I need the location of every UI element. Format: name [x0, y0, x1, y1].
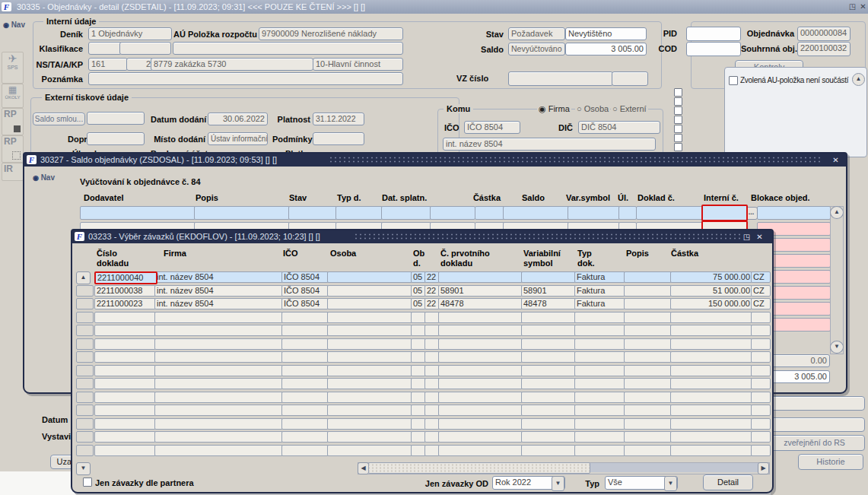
vyber-row-cell[interactable] — [624, 271, 672, 283]
vyber-empty-cell[interactable] — [411, 418, 426, 430]
vyber-row-cell[interactable]: 05 — [411, 285, 426, 297]
vyber-row-cell[interactable]: IČO 8504 — [281, 285, 329, 297]
vyber-empty-cell[interactable] — [94, 365, 156, 376]
vyber-empty-cell[interactable] — [424, 338, 440, 350]
vyber-row-cell[interactable]: IČO 8504 — [281, 271, 329, 283]
vyber-empty-cell[interactable] — [751, 351, 771, 363]
vyber-empty-cell[interactable] — [281, 431, 329, 443]
au-polozka-field[interactable]: 97900009 Nerozlišené náklady — [259, 27, 403, 40]
vyber-empty-cell[interactable] — [521, 431, 576, 443]
record-selector-cell[interactable] — [76, 431, 94, 443]
vyber-empty-cell[interactable] — [411, 325, 426, 336]
flag-checkbox[interactable] — [674, 143, 682, 151]
saldo-close-icon[interactable]: ✕ — [831, 155, 841, 165]
flag-checkbox[interactable] — [674, 88, 682, 97]
vyber-empty-cell[interactable] — [624, 445, 672, 456]
vyber-empty-cell[interactable] — [327, 351, 412, 363]
vyber-row-cell[interactable]: Faktura — [574, 285, 625, 297]
scroll-down-icon[interactable]: ▼ — [830, 341, 844, 354]
vyber-empty-cell[interactable] — [281, 418, 329, 430]
historie-button[interactable]: Historie — [798, 454, 863, 470]
radio-osoba[interactable]: ○ Osoba — [575, 104, 610, 113]
vyber-empty-cell[interactable] — [411, 392, 426, 403]
vyber-empty-cell[interactable] — [521, 445, 576, 456]
vyber-empty-cell[interactable] — [327, 418, 412, 430]
platnost-field[interactable]: 31.12.2022 — [313, 113, 364, 125]
vyber-empty-cell[interactable] — [624, 325, 672, 336]
flag-checkbox[interactable] — [674, 125, 682, 133]
vyber-empty-cell[interactable] — [281, 378, 329, 389]
vyber-empty-cell[interactable] — [154, 325, 283, 336]
vyber-empty-cell[interactable] — [424, 325, 440, 336]
record-selector-cell[interactable] — [76, 418, 94, 430]
vyber-close-icon[interactable]: ✕ — [755, 232, 765, 242]
saldo-row-cell[interactable] — [335, 206, 383, 220]
vyber-empty-cell[interactable] — [751, 445, 771, 456]
saldo-vscrollbar[interactable] — [830, 206, 844, 354]
vyber-empty-cell[interactable] — [574, 351, 625, 363]
vyber-empty-cell[interactable] — [94, 431, 156, 443]
vyber-empty-cell[interactable] — [574, 405, 625, 416]
vyber-empty-cell[interactable] — [327, 378, 412, 389]
vyber-empty-cell[interactable] — [438, 418, 523, 430]
vyber-row-cell[interactable] — [438, 271, 523, 283]
vyber-row-cell[interactable]: 150 000.00 — [670, 298, 752, 309]
flag-checkbox[interactable] — [674, 97, 682, 106]
vyber-empty-cell[interactable] — [438, 338, 523, 350]
vyber-empty-cell[interactable] — [624, 431, 672, 443]
vyber-row-cell[interactable]: CZ — [751, 271, 771, 283]
typ-dropdown-arrow-icon[interactable]: ▼ — [664, 476, 677, 491]
sidebar-item-rp1[interactable]: RP — [2, 108, 24, 135]
vyber-empty-cell[interactable] — [411, 351, 426, 363]
vyber-empty-cell[interactable] — [424, 351, 440, 363]
vyber-row-cell[interactable]: CZ — [751, 285, 771, 297]
misto-dodani-field[interactable]: Ústav informační — [208, 132, 268, 145]
vyber-row-cell[interactable]: int. název 8504 — [154, 298, 283, 309]
detail-button[interactable]: Detail — [703, 474, 753, 490]
vyber-empty-cell[interactable] — [574, 325, 625, 336]
vyber-empty-cell[interactable] — [670, 351, 752, 363]
vyber-empty-cell[interactable] — [424, 431, 440, 443]
vyber-empty-cell[interactable] — [281, 392, 329, 403]
flag-checkbox[interactable] — [674, 106, 682, 115]
vyber-empty-cell[interactable] — [94, 351, 156, 363]
vyber-empty-cell[interactable] — [154, 392, 283, 403]
vyber-row-cell[interactable]: 75 000.00 — [670, 271, 752, 283]
dic-field[interactable]: DIČ 8504 — [578, 121, 660, 134]
vyber-empty-cell[interactable] — [438, 351, 523, 363]
vyber-empty-cell[interactable] — [438, 325, 523, 336]
ns-field[interactable]: 161 — [88, 58, 128, 71]
vyber-empty-cell[interactable] — [154, 445, 283, 456]
flag-checkbox[interactable] — [674, 134, 682, 142]
vyber-row-cell[interactable]: Faktura — [574, 271, 625, 283]
saldo-row-cell[interactable] — [430, 206, 475, 220]
record-selector-cell[interactable] — [76, 351, 94, 363]
vyber-row-cell[interactable]: int. název 8504 — [154, 271, 283, 283]
vyber-row-cell[interactable]: 05 — [411, 271, 426, 283]
saldo-row-cell[interactable] — [618, 206, 637, 220]
sidebar-item-sps[interactable]: ✈ SPS — [2, 52, 24, 84]
vyber-empty-cell[interactable] — [624, 351, 672, 363]
vyber-empty-cell[interactable] — [411, 312, 426, 323]
saldo-row-cell[interactable] — [475, 206, 505, 220]
vyber-empty-cell[interactable] — [670, 418, 752, 430]
vyber-empty-cell[interactable] — [751, 338, 771, 350]
vyber-empty-cell[interactable] — [154, 431, 283, 443]
vyber-empty-cell[interactable] — [327, 325, 412, 336]
vyber-empty-cell[interactable] — [574, 338, 625, 350]
scroll-right-icon[interactable]: ▶ — [758, 462, 769, 474]
vyber-empty-cell[interactable] — [574, 431, 625, 443]
vyber-empty-cell[interactable] — [281, 445, 329, 456]
record-selector-cell[interactable] — [76, 365, 94, 376]
vyber-row-cell[interactable]: 2211000038 — [94, 285, 156, 297]
vyber-empty-cell[interactable] — [624, 392, 672, 403]
vyber-row-cell[interactable]: 2211000040 — [94, 271, 157, 284]
partner-checkbox[interactable] — [83, 478, 92, 487]
cod-field[interactable] — [686, 42, 741, 56]
vyber-empty-cell[interactable] — [438, 445, 523, 456]
vyber-row-cell[interactable] — [327, 271, 412, 283]
vyber-empty-cell[interactable] — [327, 338, 412, 350]
vyber-empty-cell[interactable] — [521, 351, 576, 363]
kontroly-item-checkbox[interactable] — [729, 76, 738, 85]
vyber-empty-cell[interactable] — [624, 405, 672, 416]
